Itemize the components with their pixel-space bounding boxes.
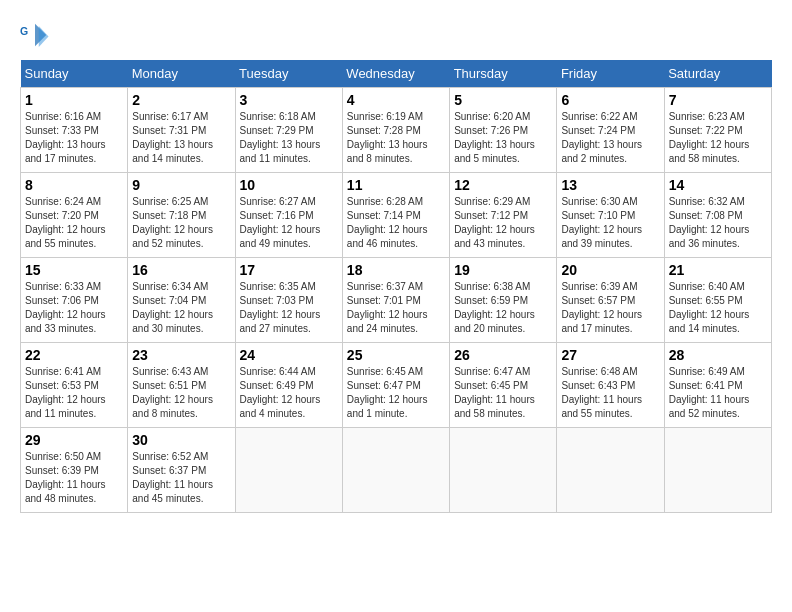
calendar-cell: 23Sunrise: 6:43 AM Sunset: 6:51 PM Dayli… [128, 343, 235, 428]
day-number: 5 [454, 92, 552, 108]
calendar-cell [235, 428, 342, 513]
calendar-cell: 11Sunrise: 6:28 AM Sunset: 7:14 PM Dayli… [342, 173, 449, 258]
calendar-cell: 10Sunrise: 6:27 AM Sunset: 7:16 PM Dayli… [235, 173, 342, 258]
day-header-saturday: Saturday [664, 60, 771, 88]
calendar-cell: 1Sunrise: 6:16 AM Sunset: 7:33 PM Daylig… [21, 88, 128, 173]
calendar-cell [342, 428, 449, 513]
day-info: Sunrise: 6:33 AM Sunset: 7:06 PM Dayligh… [25, 280, 123, 336]
day-header-sunday: Sunday [21, 60, 128, 88]
calendar-cell: 5Sunrise: 6:20 AM Sunset: 7:26 PM Daylig… [450, 88, 557, 173]
day-info: Sunrise: 6:41 AM Sunset: 6:53 PM Dayligh… [25, 365, 123, 421]
day-number: 15 [25, 262, 123, 278]
day-info: Sunrise: 6:47 AM Sunset: 6:45 PM Dayligh… [454, 365, 552, 421]
day-number: 24 [240, 347, 338, 363]
calendar-cell: 6Sunrise: 6:22 AM Sunset: 7:24 PM Daylig… [557, 88, 664, 173]
day-info: Sunrise: 6:35 AM Sunset: 7:03 PM Dayligh… [240, 280, 338, 336]
day-number: 18 [347, 262, 445, 278]
day-number: 19 [454, 262, 552, 278]
day-number: 23 [132, 347, 230, 363]
day-header-wednesday: Wednesday [342, 60, 449, 88]
day-number: 22 [25, 347, 123, 363]
day-info: Sunrise: 6:34 AM Sunset: 7:04 PM Dayligh… [132, 280, 230, 336]
day-info: Sunrise: 6:17 AM Sunset: 7:31 PM Dayligh… [132, 110, 230, 166]
day-number: 30 [132, 432, 230, 448]
day-info: Sunrise: 6:28 AM Sunset: 7:14 PM Dayligh… [347, 195, 445, 251]
day-number: 27 [561, 347, 659, 363]
day-number: 8 [25, 177, 123, 193]
day-info: Sunrise: 6:43 AM Sunset: 6:51 PM Dayligh… [132, 365, 230, 421]
svg-marker-2 [39, 26, 49, 47]
day-number: 1 [25, 92, 123, 108]
calendar-cell: 30Sunrise: 6:52 AM Sunset: 6:37 PM Dayli… [128, 428, 235, 513]
day-info: Sunrise: 6:18 AM Sunset: 7:29 PM Dayligh… [240, 110, 338, 166]
day-info: Sunrise: 6:39 AM Sunset: 6:57 PM Dayligh… [561, 280, 659, 336]
calendar-cell: 22Sunrise: 6:41 AM Sunset: 6:53 PM Dayli… [21, 343, 128, 428]
day-info: Sunrise: 6:50 AM Sunset: 6:39 PM Dayligh… [25, 450, 123, 506]
logo-icon: G [20, 20, 50, 50]
calendar-cell: 2Sunrise: 6:17 AM Sunset: 7:31 PM Daylig… [128, 88, 235, 173]
day-info: Sunrise: 6:20 AM Sunset: 7:26 PM Dayligh… [454, 110, 552, 166]
day-info: Sunrise: 6:44 AM Sunset: 6:49 PM Dayligh… [240, 365, 338, 421]
calendar-cell: 7Sunrise: 6:23 AM Sunset: 7:22 PM Daylig… [664, 88, 771, 173]
week-row-4: 22Sunrise: 6:41 AM Sunset: 6:53 PM Dayli… [21, 343, 772, 428]
day-number: 21 [669, 262, 767, 278]
calendar-cell: 20Sunrise: 6:39 AM Sunset: 6:57 PM Dayli… [557, 258, 664, 343]
day-info: Sunrise: 6:23 AM Sunset: 7:22 PM Dayligh… [669, 110, 767, 166]
week-row-5: 29Sunrise: 6:50 AM Sunset: 6:39 PM Dayli… [21, 428, 772, 513]
day-info: Sunrise: 6:37 AM Sunset: 7:01 PM Dayligh… [347, 280, 445, 336]
calendar-cell: 19Sunrise: 6:38 AM Sunset: 6:59 PM Dayli… [450, 258, 557, 343]
calendar-table: SundayMondayTuesdayWednesdayThursdayFrid… [20, 60, 772, 513]
calendar-cell [664, 428, 771, 513]
day-header-friday: Friday [557, 60, 664, 88]
day-number: 3 [240, 92, 338, 108]
day-info: Sunrise: 6:16 AM Sunset: 7:33 PM Dayligh… [25, 110, 123, 166]
day-info: Sunrise: 6:22 AM Sunset: 7:24 PM Dayligh… [561, 110, 659, 166]
calendar-cell: 16Sunrise: 6:34 AM Sunset: 7:04 PM Dayli… [128, 258, 235, 343]
day-number: 6 [561, 92, 659, 108]
calendar-cell: 8Sunrise: 6:24 AM Sunset: 7:20 PM Daylig… [21, 173, 128, 258]
day-info: Sunrise: 6:25 AM Sunset: 7:18 PM Dayligh… [132, 195, 230, 251]
calendar-cell: 3Sunrise: 6:18 AM Sunset: 7:29 PM Daylig… [235, 88, 342, 173]
day-header-monday: Monday [128, 60, 235, 88]
calendar-cell: 27Sunrise: 6:48 AM Sunset: 6:43 PM Dayli… [557, 343, 664, 428]
day-number: 13 [561, 177, 659, 193]
calendar-cell: 18Sunrise: 6:37 AM Sunset: 7:01 PM Dayli… [342, 258, 449, 343]
day-info: Sunrise: 6:52 AM Sunset: 6:37 PM Dayligh… [132, 450, 230, 506]
day-header-thursday: Thursday [450, 60, 557, 88]
day-info: Sunrise: 6:27 AM Sunset: 7:16 PM Dayligh… [240, 195, 338, 251]
calendar-cell: 9Sunrise: 6:25 AM Sunset: 7:18 PM Daylig… [128, 173, 235, 258]
day-info: Sunrise: 6:40 AM Sunset: 6:55 PM Dayligh… [669, 280, 767, 336]
day-number: 17 [240, 262, 338, 278]
calendar-cell [557, 428, 664, 513]
day-info: Sunrise: 6:19 AM Sunset: 7:28 PM Dayligh… [347, 110, 445, 166]
calendar-cell: 4Sunrise: 6:19 AM Sunset: 7:28 PM Daylig… [342, 88, 449, 173]
day-number: 25 [347, 347, 445, 363]
day-number: 11 [347, 177, 445, 193]
day-number: 4 [347, 92, 445, 108]
week-row-1: 1Sunrise: 6:16 AM Sunset: 7:33 PM Daylig… [21, 88, 772, 173]
calendar-cell: 14Sunrise: 6:32 AM Sunset: 7:08 PM Dayli… [664, 173, 771, 258]
calendar-cell [450, 428, 557, 513]
day-number: 10 [240, 177, 338, 193]
day-number: 14 [669, 177, 767, 193]
calendar-cell: 12Sunrise: 6:29 AM Sunset: 7:12 PM Dayli… [450, 173, 557, 258]
calendar-cell: 17Sunrise: 6:35 AM Sunset: 7:03 PM Dayli… [235, 258, 342, 343]
calendar-header-row: SundayMondayTuesdayWednesdayThursdayFrid… [21, 60, 772, 88]
calendar-cell: 26Sunrise: 6:47 AM Sunset: 6:45 PM Dayli… [450, 343, 557, 428]
calendar-cell: 15Sunrise: 6:33 AM Sunset: 7:06 PM Dayli… [21, 258, 128, 343]
day-info: Sunrise: 6:30 AM Sunset: 7:10 PM Dayligh… [561, 195, 659, 251]
day-info: Sunrise: 6:48 AM Sunset: 6:43 PM Dayligh… [561, 365, 659, 421]
week-row-2: 8Sunrise: 6:24 AM Sunset: 7:20 PM Daylig… [21, 173, 772, 258]
day-number: 2 [132, 92, 230, 108]
day-info: Sunrise: 6:29 AM Sunset: 7:12 PM Dayligh… [454, 195, 552, 251]
calendar-cell: 28Sunrise: 6:49 AM Sunset: 6:41 PM Dayli… [664, 343, 771, 428]
day-number: 12 [454, 177, 552, 193]
day-number: 29 [25, 432, 123, 448]
calendar-cell: 29Sunrise: 6:50 AM Sunset: 6:39 PM Dayli… [21, 428, 128, 513]
day-number: 26 [454, 347, 552, 363]
page-header: G [20, 20, 772, 50]
calendar-cell: 25Sunrise: 6:45 AM Sunset: 6:47 PM Dayli… [342, 343, 449, 428]
calendar-cell: 24Sunrise: 6:44 AM Sunset: 6:49 PM Dayli… [235, 343, 342, 428]
day-number: 20 [561, 262, 659, 278]
day-number: 9 [132, 177, 230, 193]
